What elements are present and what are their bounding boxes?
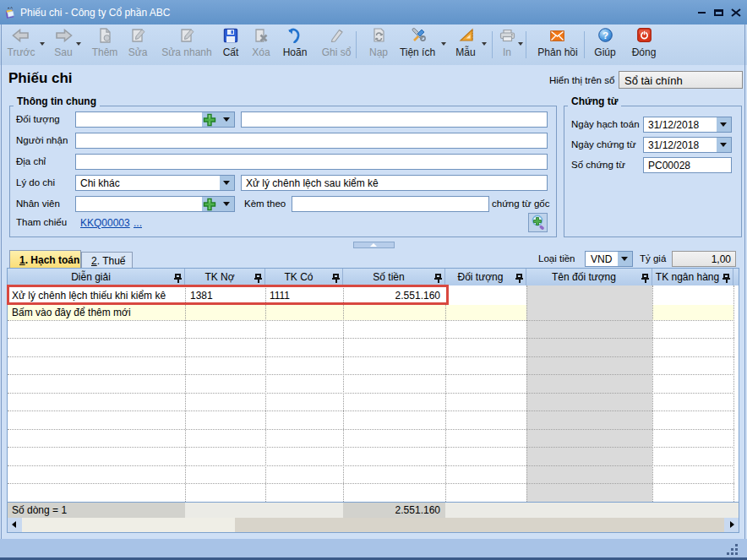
svg-text:?: ? (603, 30, 608, 41)
